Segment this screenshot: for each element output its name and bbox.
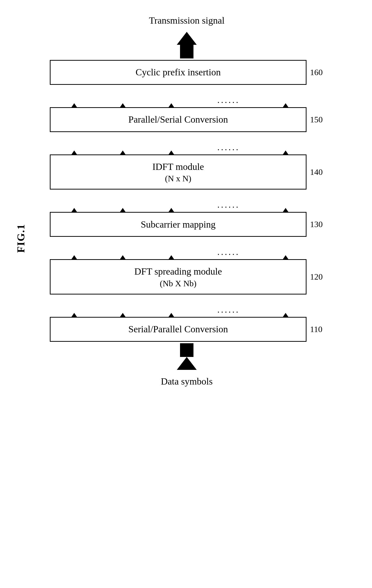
block-130: Subcarrier mapping [50, 212, 307, 237]
page: FIG.1 Transmission signal Cyclic prefix … [0, 0, 372, 588]
arrow-20 [283, 313, 288, 317]
block-row-140: IDFT module (N x N) 140 [50, 154, 324, 190]
arrow-stem [180, 45, 193, 58]
block-row-110: Serial/Parallel Conversion 110 [50, 317, 324, 342]
arrow-9 [71, 208, 77, 212]
conn-110-120: ...... [50, 294, 324, 317]
arrow-4 [283, 103, 288, 107]
arrow-3 [169, 103, 174, 107]
ref-130: 130 [310, 220, 324, 229]
top-label: Transmission signal [149, 15, 225, 26]
block-110-text: Serial/Parallel Conversion [128, 323, 228, 335]
block-140-text: IDFT module [152, 161, 204, 173]
block-row-120: DFT spreading module (Nb X Nb) 120 [50, 259, 324, 294]
arrow-7 [169, 150, 174, 154]
arrow-10 [120, 208, 125, 212]
arrow-11 [169, 208, 174, 212]
input-arrow-stem [180, 343, 193, 357]
dots-4: ...... [217, 247, 240, 259]
dots-5: ...... [217, 304, 240, 317]
block-130-text: Subcarrier mapping [141, 218, 216, 231]
ref-160: 160 [310, 68, 324, 77]
arrow-8 [283, 150, 288, 154]
arrow-19 [169, 313, 174, 317]
ref-120: 120 [310, 272, 324, 282]
arrow-14 [120, 255, 125, 259]
conn-130-140: ...... [50, 190, 324, 212]
arrow-12 [283, 208, 288, 212]
arrow-18 [120, 313, 125, 317]
arrow-5 [71, 150, 77, 154]
block-140: IDFT module (N x N) [50, 154, 307, 190]
arrow-1 [71, 103, 77, 107]
input-arrow [177, 343, 197, 370]
arrow-6 [120, 150, 125, 154]
block-160: Cyclic prefix insertion [50, 60, 307, 85]
block-140-sub: (N x N) [165, 174, 191, 183]
arrow-2 [120, 103, 125, 107]
conn-150-160: ...... [50, 85, 324, 107]
dots-3: ...... [217, 199, 240, 212]
arrow-15 [169, 255, 174, 259]
block-150-text: Parallel/Serial Conversion [128, 113, 228, 126]
block-110: Serial/Parallel Conversion [50, 317, 307, 342]
block-row-130: Subcarrier mapping 130 [50, 212, 324, 237]
arrow-head-up [177, 32, 197, 45]
conn-140-150: ...... [50, 132, 324, 154]
arrow-17 [71, 313, 77, 317]
block-160-text: Cyclic prefix insertion [136, 66, 221, 78]
diagram-container: Transmission signal Cyclic prefix insert… [50, 15, 324, 387]
input-arrow-head [177, 357, 197, 370]
dots-1: ...... [217, 95, 240, 107]
block-120: DFT spreading module (Nb X Nb) [50, 259, 307, 294]
block-row-160: Cyclic prefix insertion 160 [50, 60, 324, 85]
block-120-sub: (Nb X Nb) [160, 279, 196, 288]
ref-140: 140 [310, 167, 324, 177]
dots-2: ...... [217, 142, 240, 154]
block-120-text: DFT spreading module [134, 265, 222, 278]
ref-150: 150 [310, 115, 324, 124]
arrow-13 [71, 255, 77, 259]
output-arrow [177, 32, 197, 58]
bottom-label: Data symbols [161, 376, 213, 387]
block-150: Parallel/Serial Conversion [50, 107, 307, 132]
conn-120-130: ...... [50, 237, 324, 259]
block-row-150: Parallel/Serial Conversion 150 [50, 107, 324, 132]
arrow-16 [283, 255, 288, 259]
fig-label: FIG.1 [15, 224, 27, 253]
ref-110: 110 [310, 325, 324, 334]
